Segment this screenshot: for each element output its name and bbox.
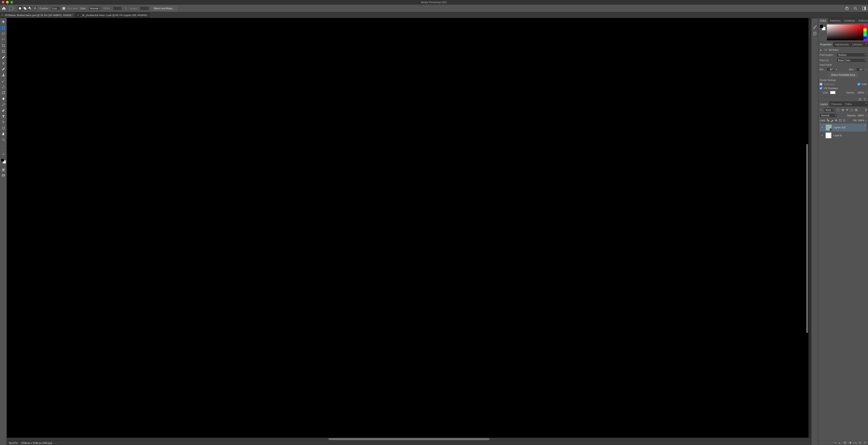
status-flyout-icon[interactable]: › [56,442,57,444]
selection-subtract-button[interactable] [28,6,32,11]
feather-input[interactable] [51,6,60,10]
foreground-background-colors[interactable] [1,159,6,164]
lock-pixels-icon[interactable] [831,119,834,122]
maximize-window-button[interactable] [10,1,13,3]
move-tool[interactable] [1,20,6,25]
blend-mode-select[interactable]: Normal [819,113,837,117]
filter-pixel-icon[interactable] [836,108,840,112]
lock-position-icon[interactable] [835,119,838,122]
adjustments-tab[interactable]: Adjustments [833,42,851,47]
vertical-scrollbar[interactable] [806,144,808,333]
layer-row[interactable]: rsgrdn-100 [819,124,867,132]
saturation-value-field[interactable] [827,25,864,40]
selection-add-button[interactable] [23,6,27,11]
expand-dock-icon[interactable]: ‹‹ [814,20,815,22]
chevron-down-icon[interactable]: ▾ [866,68,867,71]
filter-smart-icon[interactable] [855,108,858,112]
visibility-toggle[interactable] [820,134,824,137]
horizontal-scrollbar-track[interactable] [7,438,811,441]
zoom-level[interactable]: 66.67% [9,442,18,444]
lock-all-icon[interactable] [843,119,846,122]
healing-brush-tool[interactable] [1,61,6,66]
add-mask-icon[interactable] [843,441,847,444]
link-layers-icon[interactable] [834,441,837,444]
lock-transparency-icon[interactable] [827,119,830,122]
brush-tool[interactable] [1,67,6,72]
falloff-min-input[interactable] [827,68,834,71]
eyedropper-tool[interactable] [1,55,6,60]
frame-tool[interactable] [1,49,6,54]
filter-shape-icon[interactable] [850,108,853,112]
chevron-down-icon[interactable]: ▾ [836,68,837,71]
minimize-window-button[interactable] [6,1,9,3]
select-and-mask-button[interactable]: Select and Mask... [151,6,177,11]
pen-tool[interactable] [1,108,6,113]
document-dimensions[interactable]: 2048 px x 2048 px (300 ppi) [21,442,52,444]
delete-layer-icon[interactable] [864,441,867,444]
workspace-switcher-icon[interactable] [862,6,866,10]
uv-overlays-checkbox[interactable] [819,87,823,90]
screen-mode-button[interactable] [1,173,6,178]
selection-intersect-button[interactable] [33,6,37,11]
close-tab-icon[interactable]: × [77,13,79,17]
filter-adjustment-icon[interactable] [841,108,844,112]
filter-type-icon[interactable] [845,108,849,112]
close-tab-icon[interactable]: × [1,13,3,17]
paint-system-select[interactable]: Texture [836,53,867,57]
document-tab[interactable]: × _W_Doubleclick Here 1.psb @ 66.7% (rsg… [75,12,150,18]
blur-tool[interactable] [1,96,6,101]
type-tool[interactable] [1,114,6,119]
history-panel-icon[interactable] [813,31,817,36]
layer-thumbnail[interactable] [826,133,831,138]
unlit-checkbox[interactable] [858,83,860,85]
panel-menu-icon[interactable]: ≡ [865,42,868,47]
layer-row[interactable]: Layer 6 [819,132,867,139]
delete-icon[interactable] [864,98,867,101]
selection-new-button[interactable] [18,6,22,11]
lasso-tool[interactable] [1,31,6,36]
paint-on-select[interactable]: Base Color [836,58,867,62]
document-tab[interactable]: × BYBdawn 3folded fabric.psd @ 33.3% (3D… [0,12,75,18]
libraries-tab[interactable]: Libraries [851,42,864,47]
zoom-tool[interactable] [1,137,6,142]
clip-to-layer-icon[interactable] [859,98,862,101]
path-selection-tool[interactable] [1,120,6,125]
hand-tool[interactable] [1,132,6,137]
swap-colors-icon[interactable] [1,152,6,157]
paths-tab[interactable]: Paths [844,102,854,107]
gradients-tab[interactable]: Gradients [842,18,857,23]
fg-color-swatch[interactable] [819,25,823,28]
panel-menu-icon[interactable]: ≡ [865,102,868,107]
cloud-docs-icon[interactable] [845,6,849,10]
swatches-tab[interactable]: Swatches [828,18,842,23]
chevron-down-icon[interactable]: ▾ [866,92,867,94]
shape-tool[interactable] [1,126,6,131]
new-layer-icon[interactable] [859,441,862,444]
magic-wand-tool[interactable] [1,37,6,42]
style-select[interactable]: Normal [89,6,101,10]
eraser-tool[interactable] [1,84,6,89]
layer-filter-select[interactable]: Kind [824,108,835,112]
new-group-icon[interactable] [854,441,857,444]
clone-stamp-tool[interactable] [1,73,6,77]
foreground-color-swatch[interactable] [1,159,4,162]
filter-toggle[interactable] [865,109,867,111]
lock-artboard-icon[interactable] [839,119,842,122]
layers-tab[interactable]: Layers [818,102,829,107]
layer-thumbnail[interactable] [826,125,832,130]
channels-tab[interactable]: Channels [829,102,843,107]
quick-mask-button[interactable] [1,167,6,172]
crop-tool[interactable] [1,43,6,48]
chevron-down-icon[interactable]: ▾ [866,119,867,122]
color-tab[interactable]: Color [818,18,828,23]
select-paintable-area-button[interactable]: Select Paintable Area [829,73,858,77]
brushes-panel-icon[interactable] [813,25,817,30]
document-canvas[interactable] [7,18,808,438]
color-panel-fgbg[interactable] [819,25,826,30]
chevron-down-icon[interactable]: ▾ [866,114,867,116]
marquee-tool[interactable] [1,25,6,30]
tool-preset-picker[interactable]: ▾ [8,6,16,11]
overlay-color-swatch[interactable] [830,91,836,94]
layer-name[interactable]: Layer 6 [833,134,842,137]
search-icon[interactable] [854,6,858,10]
